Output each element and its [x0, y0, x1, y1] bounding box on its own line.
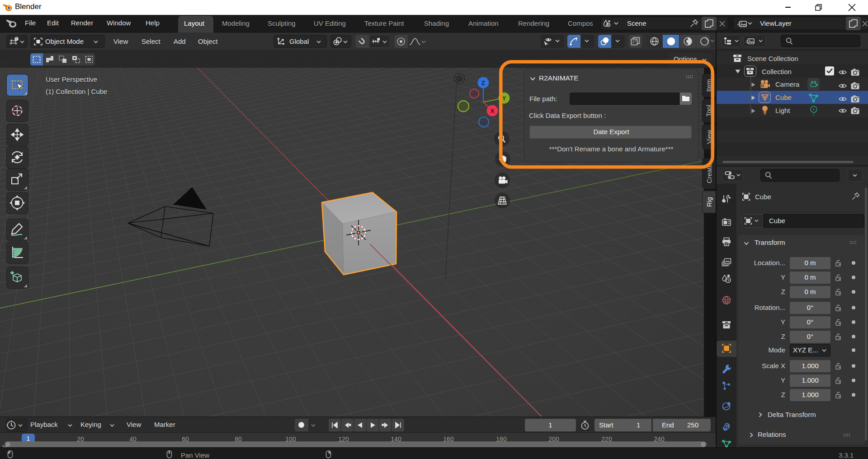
svg-text:Z: Z [481, 80, 485, 86]
